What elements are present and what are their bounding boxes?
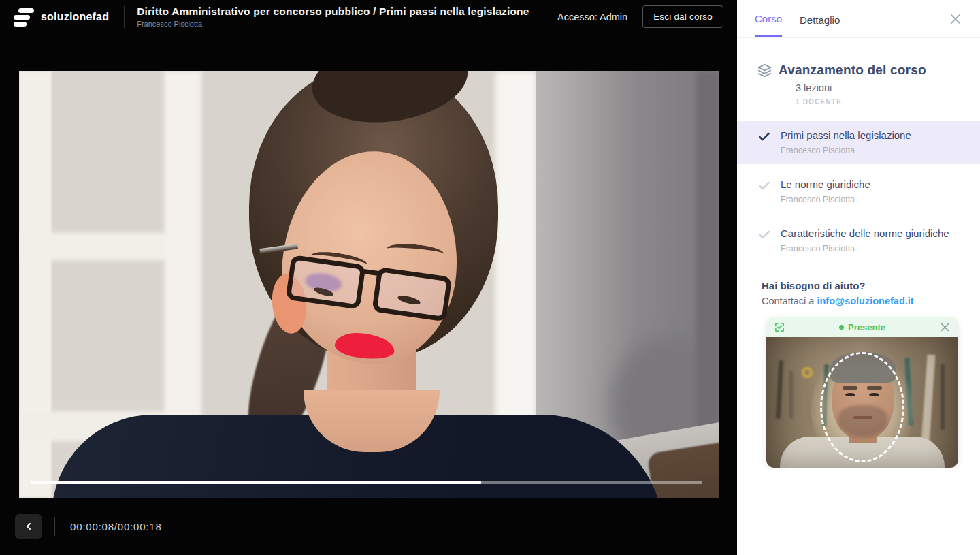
back-button[interactable]: [15, 514, 42, 539]
close-icon: [939, 321, 951, 333]
webcam-header: Presente: [766, 317, 958, 337]
course-progress-header: Avanzamento del corso 3 lezioni 1 DOCENT…: [737, 63, 980, 106]
tab-corso[interactable]: Corso: [755, 1, 782, 37]
lesson-title: Caratteristiche delle norme giuridiche: [781, 227, 949, 239]
lesson-teacher: Francesco Pisciotta: [781, 195, 870, 204]
sidebar: Corso Dettaglio Avanzamento del corso: [737, 0, 980, 555]
brand-logo-icon: [14, 7, 34, 27]
lessons-count: 3 lezioni: [796, 82, 964, 93]
lesson-title: Le norme giuridiche: [781, 178, 870, 190]
tab-dettaglio[interactable]: Dettaglio: [800, 2, 840, 36]
layers-icon: [757, 63, 772, 78]
time-display: 00:00:08/00:00:18: [70, 521, 162, 533]
header: soluzionefad Diritto Amministrativo per …: [0, 0, 737, 33]
lesson-title: Primi passi nella legislazione: [781, 129, 911, 141]
header-divider: [124, 6, 125, 28]
brand-logo[interactable]: soluzionefad: [14, 7, 109, 27]
lesson-teacher: Francesco Pisciotta: [781, 244, 949, 253]
video-progress-fill: [31, 481, 481, 484]
course-progress-title: Avanzamento del corso: [779, 63, 926, 78]
webcam-feed: [766, 337, 958, 468]
close-icon: [949, 12, 962, 26]
help-title: Hai bisogno di aiuto?: [762, 280, 964, 291]
presence-status: Presente: [785, 322, 939, 332]
help-contact: Contattaci a info@soluzionefad.it: [762, 296, 964, 306]
course-title: Diritto Amministrativo per concorso pubb…: [137, 5, 529, 18]
sidebar-tabs: Corso Dettaglio: [737, 0, 980, 38]
teachers-count: 1 DOCENTE: [796, 98, 964, 106]
webcam-close-button[interactable]: [939, 321, 951, 333]
video-player[interactable]: [19, 71, 719, 498]
lesson-teacher: Francesco Pisciotta: [781, 146, 911, 155]
lesson-item-3[interactable]: Caratteristiche delle norme giuridiche F…: [737, 219, 980, 262]
lesson-list: Primi passi nella legislazione Francesco…: [737, 121, 980, 262]
check-icon: [757, 129, 772, 155]
check-icon: [757, 227, 772, 253]
access-label: Accesso: Admin: [557, 12, 627, 22]
bottom-bar-divider: [54, 517, 55, 536]
lesson-item-2[interactable]: Le norme giuridiche Francesco Pisciotta: [737, 170, 980, 213]
exit-course-button[interactable]: Esci dal corso: [642, 5, 723, 28]
course-title-block: Diritto Amministrativo per concorso pubb…: [137, 5, 529, 28]
header-right: Accesso: Admin Esci dal corso: [557, 5, 723, 28]
contact-email-link[interactable]: info@soluzionefad.it: [817, 296, 913, 306]
presence-dot-icon: [839, 325, 844, 330]
scan-check-icon: [774, 321, 785, 333]
check-icon: [757, 178, 772, 204]
webcam-widget: Presente: [766, 317, 958, 468]
face-detection-oval: [820, 352, 904, 462]
video-progress-bar[interactable]: [31, 481, 702, 484]
lesson-item-1[interactable]: Primi passi nella legislazione Francesco…: [737, 121, 980, 164]
brand-name: soluzionefad: [41, 11, 109, 23]
chevron-left-icon: [23, 521, 34, 532]
player-bottom-bar: 00:00:08/00:00:18: [0, 498, 737, 555]
course-author: Francesco Pisciotta: [137, 20, 529, 28]
app: soluzionefad Diritto Amministrativo per …: [0, 0, 980, 555]
player-area: soluzionefad Diritto Amministrativo per …: [0, 0, 737, 555]
sidebar-content: Avanzamento del corso 3 lezioni 1 DOCENT…: [737, 38, 980, 468]
help-section: Hai bisogno di aiuto? Contattaci a info@…: [737, 262, 980, 306]
sidebar-close-button[interactable]: [949, 12, 962, 26]
